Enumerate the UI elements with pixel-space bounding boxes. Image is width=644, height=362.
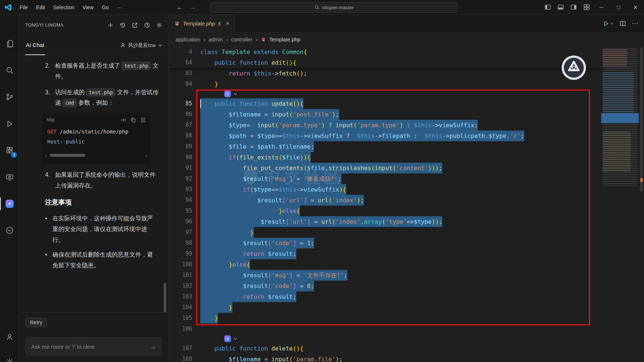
panel-settings-icon[interactable]	[156, 22, 162, 28]
accounts-icon[interactable]	[0, 328, 19, 346]
line-number: 90	[169, 152, 200, 163]
tab-template-php[interactable]: Template.php 5 ×	[169, 15, 235, 33]
go-back-icon[interactable]: ←	[177, 4, 183, 11]
share-icon[interactable]	[132, 22, 138, 28]
menu-selection[interactable]: Selection	[49, 3, 79, 12]
code-line-107[interactable]: 107 public function delete(){	[169, 343, 601, 354]
user-account-menu[interactable]: 风沙星辰fzw	[120, 42, 162, 49]
chat-input-box: →	[25, 337, 162, 356]
code-line-91[interactable]: 91 file_put_contents($file,stripslashes(…	[169, 163, 601, 173]
code-line-83[interactable]: 83 return $this->fetch();	[169, 68, 601, 79]
code-line-94[interactable]: 94 $result['url'] = url('index');	[169, 195, 601, 206]
editor-vscrollbar[interactable]	[639, 47, 644, 362]
scroll-right-icon[interactable]: ›	[146, 151, 147, 160]
search-icon[interactable]	[0, 61, 19, 79]
go-forward-icon[interactable]: →	[190, 4, 196, 11]
scroll-left-icon[interactable]: ‹	[45, 151, 47, 160]
code-line-88[interactable]: 88 $path = $type==$this->viewSuffix ? $t…	[169, 131, 601, 141]
window-maximize-button[interactable]: □	[610, 0, 627, 15]
extensions-badge: 2	[11, 152, 17, 158]
chevron-down-icon[interactable]	[233, 336, 238, 341]
source-control-icon[interactable]	[0, 88, 19, 106]
code-line-105[interactable]: 105 }	[169, 313, 601, 324]
copy-icon[interactable]	[130, 117, 136, 123]
extensions-icon[interactable]: 2	[0, 142, 19, 159]
inline-ai-codelens[interactable]	[169, 334, 601, 343]
code-line-108[interactable]: 108 $filename = input('param.file');	[169, 354, 601, 362]
breadcrumb-item[interactable]: admin	[209, 37, 223, 43]
code-line-87[interactable]: 87 $type= input('param.type') ? input('p…	[169, 120, 601, 131]
code-line-101[interactable]: 101 $result['msg'] = '文件不存在!';	[169, 270, 601, 281]
toggle-secondary-sidebar-icon[interactable]	[570, 4, 577, 10]
vscroll-thumb[interactable]	[640, 47, 643, 192]
vscode-window: File Edit Selection View Go ⋯ ← → cltope…	[0, 0, 644, 362]
new-chat-icon[interactable]	[108, 22, 113, 28]
code-line-99[interactable]: 99 return $result;	[169, 248, 601, 259]
tongyi-lingma-icon[interactable]	[0, 195, 19, 213]
code-line-96[interactable]: 96 $result['url'] = url('index',array('t…	[169, 216, 601, 227]
window-minimize-button[interactable]: ─	[593, 0, 610, 15]
breadcrumb-item[interactable]: application	[176, 37, 200, 43]
code-line-98[interactable]: 98 $result['code'] = 1;	[169, 238, 601, 248]
code-line-95[interactable]: 95 }else{	[169, 206, 601, 216]
code-line-93[interactable]: 93 if($type==$this->viewSuffix){	[169, 184, 601, 195]
retry-button[interactable]: Retry	[25, 318, 47, 327]
run-debug-icon[interactable]	[0, 115, 19, 133]
code-block-hscrollbar[interactable]: ‹ ›	[42, 149, 150, 164]
code-line-100[interactable]: 100 }else{	[169, 259, 601, 270]
inline-ai-codelens[interactable]	[169, 89, 601, 98]
menu-view[interactable]: View	[78, 3, 98, 12]
new-file-icon[interactable]	[140, 117, 146, 123]
send-icon[interactable]: →	[150, 343, 156, 351]
code-editor[interactable]: 4class Template extends Common{64 public…	[169, 47, 601, 362]
lingma-codelens-icon[interactable]	[224, 335, 231, 342]
code-line-90[interactable]: 90 if(file_exists($file)){	[169, 152, 601, 163]
settings-gear-icon[interactable]	[0, 353, 19, 362]
breadcrumb-item-file[interactable]: Template.php	[269, 37, 300, 43]
run-button[interactable]	[603, 20, 614, 27]
window-close-button[interactable]: ×	[627, 0, 644, 15]
lingma-codelens-icon[interactable]	[224, 91, 231, 97]
customize-layout-icon[interactable]	[583, 4, 590, 10]
help-icon[interactable]	[144, 22, 150, 28]
code-line-97[interactable]: 97 }	[169, 227, 601, 238]
menu-edit[interactable]: Edit	[32, 3, 49, 12]
history-icon[interactable]	[120, 22, 126, 28]
code-line-106[interactable]: 106	[169, 324, 601, 334]
chat-assistant-icon[interactable]	[0, 221, 19, 239]
tab-close-icon[interactable]: ×	[226, 20, 229, 27]
run-dropdown-icon[interactable]	[610, 22, 614, 26]
code-line-102[interactable]: 102 $result['code'] = 0;	[169, 281, 601, 291]
toggle-panel-icon[interactable]	[558, 4, 564, 10]
command-center-search[interactable]: cltopen-master	[210, 2, 458, 13]
menu-go[interactable]: Go	[98, 3, 113, 12]
code-line-64[interactable]: 64 public function edit(){	[169, 57, 601, 68]
chat-input[interactable]	[31, 344, 147, 350]
chat-scrollbar-thumb[interactable]	[164, 283, 166, 312]
code-line-86[interactable]: 86 $filename = input('post.file');	[169, 109, 601, 120]
editor-more-icon[interactable]: ⋯	[632, 20, 638, 27]
code-line-89[interactable]: 89 $file = $path.$filename;	[169, 141, 601, 152]
breadcrumb-item[interactable]: controller	[231, 37, 252, 43]
code-line-4[interactable]: 4class Template extends Common{	[169, 47, 601, 57]
hscroll-thumb[interactable]	[50, 154, 85, 157]
explorer-icon[interactable]	[0, 35, 19, 53]
chat-list-item-3: 3. 访问生成的 test.php 文件，并尝试传递 cmd 参数，例如：	[45, 87, 159, 109]
code-line-84[interactable]: 84 }	[169, 79, 601, 89]
chevron-down-icon[interactable]	[233, 92, 238, 96]
remote-explorer-icon[interactable]	[0, 169, 19, 186]
tab-ai-chat[interactable]: AI Chat	[25, 35, 45, 55]
code-line-104[interactable]: 104 }	[169, 302, 601, 313]
insert-into-editor-icon[interactable]	[120, 117, 126, 123]
toggle-primary-sidebar-icon[interactable]	[545, 4, 551, 10]
minimap-selection-highlight	[601, 113, 639, 123]
minimap[interactable]	[601, 47, 639, 362]
line-number: 87	[169, 120, 200, 131]
menu-more-icon[interactable]: ⋯	[113, 3, 126, 12]
split-editor-icon[interactable]	[620, 20, 626, 27]
code-line-103[interactable]: 103 return $result;	[169, 291, 601, 302]
sticky-scroll: 4class Template extends Common{64 public…	[169, 47, 601, 68]
code-line-85[interactable]: 85 public function update(){	[169, 98, 601, 109]
code-line-92[interactable]: 92 $result['msg'] = '修改成功!';	[169, 173, 601, 184]
menu-file[interactable]: File	[16, 3, 32, 12]
